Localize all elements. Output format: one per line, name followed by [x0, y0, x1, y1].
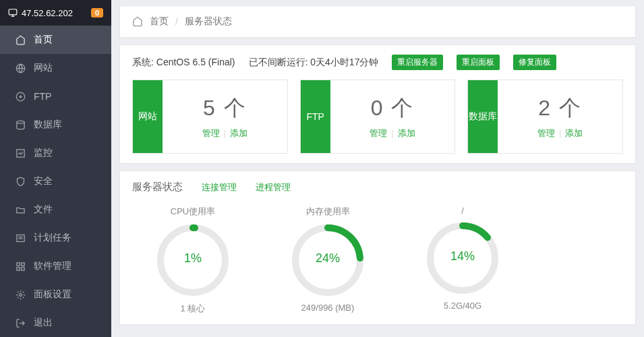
gauge-sub: 5.2G/40G [409, 301, 517, 311]
gauge-sub: 249/996 (MB) [274, 303, 382, 313]
sidebar-item-label: 网站 [34, 62, 53, 74]
stat-card-1: FTP0 个管理|添加 [300, 80, 456, 154]
manage-link[interactable]: 管理 [537, 128, 555, 138]
breadcrumb: 首页 / 服务器状态 [119, 5, 636, 38]
gauge-label: / [409, 206, 517, 216]
stat-card-0: 网站5 个管理|添加 [132, 80, 288, 154]
svg-rect-11 [16, 262, 19, 265]
list-icon [15, 233, 26, 243]
add-link[interactable]: 添加 [398, 128, 415, 138]
gauge-chart: 1% [156, 223, 230, 297]
sidebar-item-gear[interactable]: 面板设置 [0, 280, 111, 309]
system-label: 系统: CentOS 6.5 (Final) [132, 57, 235, 69]
shield-icon [15, 177, 26, 187]
gauge-chart: 24% [291, 223, 365, 297]
sidebar-item-label: 数据库 [34, 119, 62, 131]
stat-card-2: 数据库2 个管理|添加 [467, 80, 623, 154]
sidebar-header: 47.52.62.202 0 [0, 0, 111, 26]
uptime-label: 已不间断运行: 0天4小时17分钟 [249, 57, 379, 69]
gauge-sub: 1 核心 [139, 303, 247, 315]
status-title: 服务器状态 [132, 181, 183, 193]
grid-icon [15, 262, 26, 272]
stat-count: 2 个 [538, 94, 582, 123]
sidebar-item-folder[interactable]: 文件 [0, 195, 111, 224]
tab-processes[interactable]: 进程管理 [256, 181, 291, 193]
gauge-label: 内存使用率 [274, 206, 382, 218]
stat-side-label: 数据库 [468, 80, 498, 153]
svg-rect-13 [16, 267, 19, 270]
sidebar-item-label: 文件 [34, 204, 53, 216]
sidebar-item-exit[interactable]: 退出 [0, 309, 111, 337]
chart-icon [15, 148, 26, 158]
stat-side-label: FTP [301, 80, 330, 153]
manage-link[interactable]: 管理 [202, 128, 220, 138]
restart-server-button[interactable]: 重启服务器 [392, 55, 443, 70]
gear-icon [15, 290, 26, 300]
svg-point-6 [16, 121, 24, 123]
exit-icon [15, 318, 26, 328]
sidebar-item-db[interactable]: 数据库 [0, 111, 111, 139]
manage-link[interactable]: 管理 [370, 128, 387, 138]
sidebar-item-list[interactable]: 计划任务 [0, 224, 111, 252]
add-link[interactable]: 添加 [230, 128, 247, 138]
status-panel: 服务器状态 连接管理 进程管理 CPU使用率1%1 核心内存使用率24%249/… [119, 171, 636, 325]
gauge-0: CPU使用率1%1 核心 [139, 206, 247, 315]
sidebar-item-globe[interactable]: 网站 [0, 54, 111, 82]
sidebar-item-home[interactable]: 首页 [0, 26, 111, 54]
home-icon [15, 35, 26, 45]
db-icon [15, 120, 26, 130]
sidebar-item-label: FTP [34, 91, 51, 102]
server-ip: 47.52.62.202 [8, 8, 73, 18]
sidebar-item-label: 退出 [34, 317, 53, 329]
gauge-1: 内存使用率24%249/996 (MB) [274, 206, 382, 315]
sidebar-item-chart[interactable]: 监控 [0, 139, 111, 167]
restart-panel-button[interactable]: 重启面板 [457, 55, 500, 70]
add-link[interactable]: 添加 [565, 128, 583, 138]
home-icon[interactable] [132, 16, 143, 27]
sidebar-item-label: 安全 [34, 175, 53, 187]
stat-count: 0 个 [371, 94, 415, 123]
folder-icon [15, 205, 26, 215]
gauge-value: 24% [291, 251, 365, 266]
breadcrumb-current: 服务器状态 [185, 16, 232, 28]
gauge-value: 1% [156, 251, 230, 266]
breadcrumb-home[interactable]: 首页 [150, 16, 169, 28]
sidebar: 47.52.62.202 0 首页网站FTP数据库监控安全文件计划任务软件管理面… [0, 0, 111, 337]
monitor-icon [8, 8, 18, 18]
svg-rect-12 [21, 262, 24, 265]
gauge-label: CPU使用率 [139, 206, 247, 218]
ftp-icon [15, 92, 26, 102]
sidebar-item-label: 面板设置 [34, 288, 71, 301]
sidebar-item-label: 计划任务 [34, 232, 71, 244]
notification-badge[interactable]: 0 [91, 8, 103, 18]
stat-count: 5 个 [203, 94, 247, 123]
svg-point-15 [19, 293, 22, 296]
sidebar-item-shield[interactable]: 安全 [0, 167, 111, 195]
tab-connections[interactable]: 连接管理 [202, 181, 237, 193]
main-content: 首页 / 服务器状态 系统: CentOS 6.5 (Final) 已不间断运行… [111, 0, 644, 337]
repair-panel-button[interactable]: 修复面板 [513, 55, 556, 70]
gauge-value: 14% [426, 249, 500, 264]
system-panel: 系统: CentOS 6.5 (Final) 已不间断运行: 0天4小时17分钟… [119, 44, 636, 164]
stat-side-label: 网站 [133, 80, 163, 153]
gauge-2: /14%5.2G/40G [409, 206, 517, 315]
svg-rect-0 [9, 9, 17, 15]
sidebar-item-ftp[interactable]: FTP [0, 82, 111, 111]
sidebar-item-label: 软件管理 [34, 260, 71, 272]
globe-icon [15, 63, 26, 73]
svg-rect-14 [21, 267, 24, 270]
sidebar-item-label: 监控 [34, 147, 53, 159]
sidebar-item-grid[interactable]: 软件管理 [0, 252, 111, 280]
gauge-chart: 14% [426, 221, 500, 295]
sidebar-item-label: 首页 [34, 34, 53, 46]
